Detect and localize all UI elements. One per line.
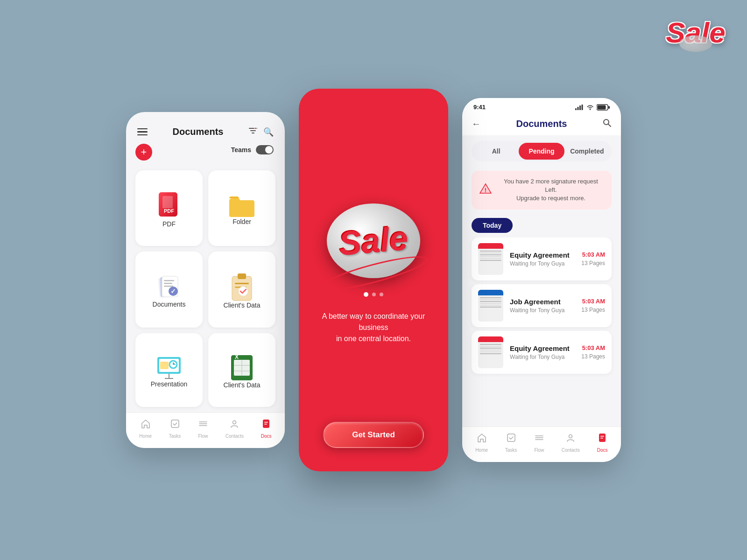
dots-indicator — [364, 292, 383, 297]
filter-sort-icon — [248, 126, 258, 135]
add-button[interactable]: + — [135, 144, 152, 161]
nav-flow-label: Flow — [198, 434, 208, 439]
doc-info-1: Equity Agreement Waiting for Tony Guya — [510, 251, 575, 267]
doc-pages-3: 13 Pages — [581, 353, 605, 360]
menu-button[interactable] — [137, 128, 148, 136]
pdf-icon: PDF — [157, 191, 181, 220]
folder-icon — [227, 194, 256, 218]
back-button[interactable]: ← — [472, 119, 481, 129]
search-icon — [602, 118, 612, 127]
doc-item-2[interactable]: Job Agreement Waiting for Tony Guya 5:03… — [472, 284, 612, 327]
nav3-flow-icon — [534, 433, 544, 446]
nav-docs-label: Docs — [261, 434, 272, 439]
wifi-icon — [586, 105, 594, 110]
doc-time-1: 5:03 AM — [582, 251, 605, 258]
docs-icon-active — [261, 419, 271, 432]
filter-sort-button[interactable] — [248, 126, 258, 138]
nav3-home[interactable]: Home — [475, 433, 488, 453]
sale-visual: Sale A better way to coordinate your bus… — [308, 117, 439, 422]
flow-icon — [198, 419, 208, 432]
nav-home-label: Home — [139, 434, 152, 439]
svg-rect-17 — [238, 273, 246, 279]
battery-icon — [597, 104, 610, 111]
clients-data-2-grid-item[interactable]: X Client's Data — [208, 333, 275, 407]
doc-meta-3: 5:03 AM 13 Pages — [581, 344, 605, 360]
svg-rect-52 — [507, 434, 515, 441]
doc-thumb-lines — [478, 249, 503, 275]
svg-rect-43 — [578, 107, 579, 110]
doc-subtitle-1: Waiting for Tony Guya — [510, 260, 575, 267]
warning-icon: ! — [479, 182, 492, 198]
clients-data-1-grid-item[interactable]: Client's Data — [208, 252, 275, 327]
status-time: 9:41 — [473, 104, 486, 111]
today-label: Today — [472, 218, 513, 233]
svg-line-50 — [608, 124, 611, 126]
dot-3 — [380, 293, 383, 296]
doc-info-2: Job Agreement Waiting for Tony Guya — [510, 298, 575, 314]
phone3-header: ← Documents — [462, 113, 621, 135]
nav3-home-label: Home — [475, 448, 488, 453]
nav3-contacts-icon — [565, 433, 576, 446]
folder-grid-item[interactable]: Folder — [208, 170, 275, 246]
nav-tasks[interactable]: Tasks — [169, 419, 181, 439]
doc-thumb-lines-2 — [478, 295, 503, 322]
sale-globe-decoration — [679, 35, 712, 52]
doc-subtitle-3: Waiting for Tony Guya — [510, 354, 575, 360]
tasks-icon — [170, 419, 180, 432]
nav3-tasks[interactable]: Tasks — [505, 433, 517, 453]
sale-3d-visual: Sale — [327, 203, 420, 278]
nav3-flow[interactable]: Flow — [534, 433, 544, 453]
clipboard-icon — [229, 273, 254, 301]
dot-1 — [364, 292, 368, 297]
nav-flow[interactable]: Flow — [198, 419, 208, 439]
sale-logo-corner: Sale — [658, 9, 733, 56]
search-button[interactable]: 🔍 — [263, 127, 274, 137]
status-bar: 9:41 — [462, 98, 621, 113]
nav-home[interactable]: Home — [139, 419, 152, 439]
phones-container: Documents 🔍 Teams + — [126, 89, 621, 471]
nav3-docs-icon — [597, 433, 607, 446]
nav3-contacts[interactable]: Contacts — [562, 433, 580, 453]
teams-toggle[interactable] — [256, 145, 274, 154]
presentation-grid-item[interactable]: Presentation — [135, 333, 203, 407]
tab-completed[interactable]: Completed — [564, 143, 610, 160]
clients-data-2-label: Client's Data — [224, 381, 261, 389]
doc-item-3[interactable]: Equity Agreement Waiting for Tony Guya 5… — [472, 331, 612, 374]
svg-rect-59 — [600, 438, 603, 439]
doc-pages-1: 13 Pages — [581, 260, 605, 266]
phone1-documents: Documents 🔍 Teams + — [126, 112, 285, 448]
phone2-sale: Sale A better way to coordinate your bus… — [299, 89, 448, 471]
nav3-home-icon — [477, 433, 487, 446]
nav3-docs-label: Docs — [597, 448, 608, 453]
svg-rect-18 — [235, 283, 249, 284]
get-started-button[interactable]: Get Started — [323, 422, 424, 448]
doc-pages-2: 13 Pages — [581, 307, 605, 313]
tab-all[interactable]: All — [473, 143, 519, 160]
doc-item-1[interactable]: Equity Agreement Waiting for Tony Guya 5… — [472, 238, 612, 280]
documents-grid-item[interactable]: ✓ Documents — [135, 252, 203, 327]
status-icons — [575, 104, 610, 111]
svg-rect-58 — [600, 436, 604, 437]
svg-rect-47 — [598, 105, 606, 109]
nav-docs[interactable]: Docs — [261, 419, 272, 439]
pdf-grid-item[interactable]: PDF PDF — [135, 170, 203, 246]
nav-contacts[interactable]: Contacts — [226, 419, 244, 439]
documents-grid: PDF PDF Folder — [126, 165, 285, 413]
home-icon — [141, 419, 151, 432]
phone3-search-button[interactable] — [602, 118, 612, 130]
doc-name-2: Job Agreement — [510, 298, 575, 306]
doc-subtitle-2: Waiting for Tony Guya — [510, 307, 575, 314]
doc-meta-1: 5:03 AM 13 Pages — [581, 251, 605, 266]
nav3-contacts-label: Contacts — [562, 448, 580, 453]
phone3-pending: 9:41 — [462, 98, 621, 462]
doc-info-3: Equity Agreement Waiting for Tony Guya — [510, 344, 575, 360]
nav3-docs[interactable]: Docs — [597, 433, 608, 453]
svg-text:!: ! — [485, 187, 486, 194]
dot-2 — [372, 293, 376, 296]
doc-name-1: Equity Agreement — [510, 251, 575, 259]
svg-rect-6 — [162, 196, 173, 208]
tab-pending[interactable]: Pending — [519, 143, 564, 160]
svg-rect-12 — [164, 283, 172, 284]
signal-icon — [575, 105, 584, 110]
phone3-title: Documents — [516, 119, 567, 129]
